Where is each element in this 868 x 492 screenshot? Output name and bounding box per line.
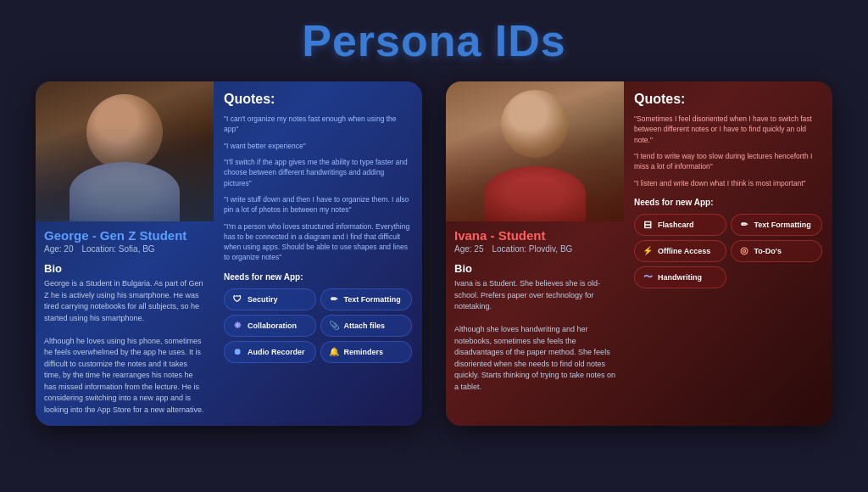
- george-quotes-title: Quotes:: [224, 92, 412, 107]
- ivana-quotes-title: Quotes:: [634, 92, 822, 107]
- ivana-quote-1: "Sometimes I feel disoriented when I hav…: [634, 114, 822, 145]
- handwriting-icon: [642, 271, 654, 283]
- ivana-quote-2: "I tend to write way too slow during lec…: [634, 151, 822, 172]
- ivana-needs-title: Needs for new App:: [634, 198, 822, 207]
- george-need-text-formatting[interactable]: Text Formatting: [320, 288, 413, 310]
- ivana-need-offline[interactable]: Offline Access: [634, 240, 726, 262]
- text-formatting-icon-red: [738, 219, 750, 231]
- ivana-quote-3: "I listen and write down what I think is…: [634, 178, 822, 188]
- ivana-head: [501, 90, 569, 158]
- ivana-photo: [446, 81, 624, 221]
- collaboration-icon: [231, 320, 243, 332]
- ivana-location: Location: Plovdiv, BG: [492, 244, 572, 254]
- george-need-reminder-label: Reminders: [344, 348, 384, 356]
- george-bio-text: George is a Student in Bulgaria. As part…: [36, 278, 214, 416]
- offline-icon: [642, 245, 654, 257]
- george-needs-title: Needs for new App:: [224, 272, 412, 282]
- attach-icon: [328, 320, 340, 332]
- george-name: George - Gen Z Student: [36, 221, 214, 244]
- george-quote-3: "I'll switch if the app gives me the abi…: [224, 157, 412, 188]
- ivana-body: [484, 166, 586, 221]
- george-card: George - Gen Z Student Age: 20 Location:…: [36, 81, 422, 426]
- ivana-needs-grid: Flashcard Text Formatting Offline Access…: [634, 214, 822, 288]
- george-quote-4: "I write stuff down and then I have to o…: [224, 194, 412, 215]
- ivana-need-handwriting-label: Handwriting: [658, 273, 702, 282]
- george-need-collab-label: Collaboration: [248, 321, 297, 330]
- shield-icon: [231, 294, 243, 305]
- todo-icon: [738, 245, 750, 257]
- ivana-left-panel: Ivana - Student Age: 25 Location: Plovdi…: [446, 81, 624, 426]
- george-head: [86, 94, 163, 171]
- ivana-need-offline-label: Offline Access: [658, 247, 710, 255]
- ivana-card: Ivana - Student Age: 25 Location: Plovdi…: [446, 81, 832, 426]
- audio-icon: [231, 346, 243, 358]
- text-formatting-icon: [328, 294, 340, 305]
- cards-row: George - Gen Z Student Age: 20 Location:…: [27, 81, 841, 426]
- george-left-panel: George - Gen Z Student Age: 20 Location:…: [36, 81, 214, 426]
- george-needs-grid: Secutiry Text Formatting Collaboration A…: [224, 288, 412, 363]
- george-location: Location: Sofia, BG: [81, 244, 154, 254]
- ivana-need-handwriting[interactable]: Handwriting: [634, 266, 726, 288]
- george-right-panel: Quotes: "I can't organize my notes fast …: [214, 81, 422, 426]
- george-meta: Age: 20 Location: Sofia, BG: [36, 244, 214, 259]
- george-need-text-label: Text Formatting: [344, 295, 401, 304]
- george-quote-5: "I'm a person who loves structured infor…: [224, 221, 412, 263]
- ivana-bio-text: Ivana is a Student. She believes she is …: [446, 278, 624, 393]
- george-need-attach[interactable]: Attach files: [320, 315, 413, 337]
- ivana-name: Ivana - Student: [446, 221, 624, 244]
- george-age: Age: 20: [44, 244, 73, 254]
- george-bio-title: Bio: [36, 259, 214, 278]
- george-body: [70, 162, 180, 221]
- ivana-need-text-formatting[interactable]: Text Formatting: [731, 214, 823, 236]
- ivana-need-flashcard[interactable]: Flashcard: [634, 214, 726, 236]
- george-quote-2: "I want better experience": [224, 141, 412, 151]
- george-quote-1: "I can't organize my notes fast enough w…: [224, 114, 412, 135]
- ivana-meta: Age: 25 Location: Plovdiv, BG: [446, 244, 624, 259]
- ivana-need-flashcard-label: Flashcard: [658, 221, 694, 229]
- ivana-right-panel: Quotes: "Sometimes I feel disoriented wh…: [624, 81, 832, 426]
- ivana-age: Age: 25: [454, 244, 483, 254]
- ivana-need-text-label: Text Formatting: [754, 221, 811, 229]
- george-need-security[interactable]: Secutiry: [224, 288, 316, 310]
- george-photo: [36, 81, 214, 221]
- george-need-collaboration[interactable]: Collaboration: [224, 315, 316, 337]
- george-need-audio[interactable]: Audio Recorder: [224, 341, 316, 363]
- ivana-need-todo-label: To-Do's: [754, 247, 782, 255]
- george-need-attach-label: Attach files: [344, 321, 386, 330]
- page-title: Persona IDs: [302, 15, 566, 66]
- ivana-need-todo[interactable]: To-Do's: [731, 240, 823, 262]
- george-need-security-label: Secutiry: [248, 295, 278, 304]
- flashcard-icon: [642, 219, 654, 231]
- ivana-bio-title: Bio: [446, 259, 624, 278]
- reminder-icon: [328, 346, 340, 358]
- george-need-audio-label: Audio Recorder: [248, 348, 305, 356]
- george-need-reminders[interactable]: Reminders: [320, 341, 413, 363]
